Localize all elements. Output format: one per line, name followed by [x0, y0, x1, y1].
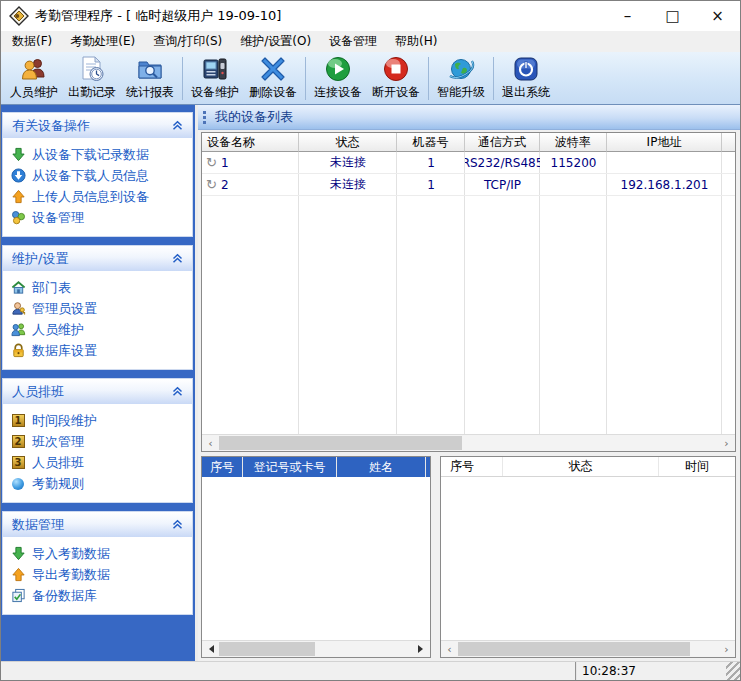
- toolbar-label: 智能升级: [437, 84, 485, 101]
- status-pane-time: 10:28:37: [577, 662, 726, 680]
- column-header-reg-or-card-no[interactable]: 登记号或卡号: [243, 457, 336, 477]
- window-title: 考勤管理程序 - [ 临时超级用户 19-09-10]: [35, 7, 281, 25]
- chevron-up-icon: [172, 253, 183, 264]
- toolbar-label: 人员维护: [10, 84, 58, 101]
- device-table-header: 设备名称 状态 机器号 通信方式 波特率 IP地址 端口: [202, 133, 735, 152]
- sidebar-item-staff-schedule[interactable]: 3 人员排班: [10, 452, 188, 473]
- employee-list-panel: 序号 登记号或卡号 姓名: [201, 456, 431, 658]
- scrollbar-track[interactable]: [219, 435, 718, 451]
- column-header-seq[interactable]: 序号: [202, 457, 242, 477]
- scroll-right-arrow[interactable]: ›: [718, 435, 735, 451]
- department-house-icon: [10, 280, 26, 296]
- sidebar-item-download-records[interactable]: 从设备下载记录数据: [10, 144, 188, 165]
- sidebar-item-download-staff-info[interactable]: 从设备下载人员信息: [10, 165, 188, 186]
- sidebar-item-shift-manage[interactable]: 2 班次管理: [10, 431, 188, 452]
- column-header-extra[interactable]: [426, 457, 430, 477]
- column-header-status[interactable]: 状态: [503, 457, 659, 476]
- sidebar-item-time-period[interactable]: 1 时间段维护: [10, 410, 188, 431]
- scrollbar-thumb[interactable]: [219, 642, 315, 656]
- section-header-staff-schedule[interactable]: 人员排班: [3, 379, 192, 404]
- smart-upgrade-button[interactable]: 智能升级: [432, 53, 490, 104]
- vertical-splitter[interactable]: [431, 456, 440, 658]
- sidebar-item-attendance-rules[interactable]: 考勤规则: [10, 473, 188, 494]
- menu-data[interactable]: 数据(F): [3, 31, 61, 52]
- column-header-comm-mode[interactable]: 通信方式: [465, 133, 540, 152]
- sidebar-item-database-settings[interactable]: 数据库设置: [10, 340, 188, 361]
- toolbar-label: 断开设备: [372, 84, 420, 101]
- minimize-button[interactable]: –: [605, 1, 650, 31]
- sidebar: 有关设备操作 从设备下载记录数据: [1, 105, 198, 661]
- sidebar-item-device-manage[interactable]: 设备管理: [10, 207, 188, 228]
- attendance-record-icon: [78, 55, 106, 83]
- sidebar-item-upload-staff-info[interactable]: 上传人员信息到设备: [10, 186, 188, 207]
- sidebar-item-export-data[interactable]: 导出考勤数据: [10, 564, 188, 585]
- section-header-maintain-settings[interactable]: 维护/设置: [3, 246, 192, 271]
- column-header-port[interactable]: 端口: [722, 133, 736, 152]
- exit-system-button[interactable]: 退出系统: [497, 53, 555, 104]
- scrollbar-track[interactable]: [219, 641, 413, 657]
- menu-attendance[interactable]: 考勤处理(E): [61, 31, 144, 52]
- toolbar: 人员维护 出勤记录: [1, 52, 740, 105]
- column-header-ip-address[interactable]: IP地址: [607, 133, 722, 152]
- maximize-button[interactable]: □: [650, 1, 695, 31]
- sidebar-item-label: 班次管理: [32, 433, 84, 451]
- sidebar-item-import-data[interactable]: 导入考勤数据: [10, 543, 188, 564]
- sidebar-item-admin-settings[interactable]: 管理员设置: [10, 298, 188, 319]
- scroll-left-arrow[interactable]: ‹: [441, 641, 458, 657]
- bottom-panes: 序号 登记号或卡号 姓名: [201, 456, 736, 658]
- scrollbar-thumb[interactable]: [458, 642, 690, 656]
- scroll-right-arrow[interactable]: [413, 641, 430, 657]
- column-header-device-name[interactable]: 设备名称: [202, 133, 299, 152]
- close-button[interactable]: ×: [695, 1, 740, 31]
- column-header-machine-no[interactable]: 机器号: [397, 133, 465, 152]
- record-table-header: 序号 状态 时间: [441, 457, 735, 477]
- report-button[interactable]: 统计报表: [121, 53, 179, 104]
- employee-table-body[interactable]: [202, 477, 430, 640]
- menu-query-print[interactable]: 查询/打印(S): [144, 31, 231, 52]
- column-header-name[interactable]: 姓名: [337, 457, 425, 477]
- menu-maintain-setting[interactable]: 维护/设置(O): [231, 31, 320, 52]
- caption-drag-grip[interactable]: [203, 111, 206, 124]
- column-header-time[interactable]: 时间: [659, 457, 735, 476]
- employee-table-header: 序号 登记号或卡号 姓名: [202, 457, 430, 477]
- disconnect-device-button[interactable]: 断开设备: [367, 53, 425, 104]
- scroll-left-arrow[interactable]: ‹: [202, 435, 219, 451]
- scrollbar-thumb[interactable]: [219, 436, 462, 450]
- section-title: 数据管理: [12, 516, 64, 534]
- record-table-hscrollbar: ‹ ›: [441, 640, 735, 657]
- scrollbar-track[interactable]: [458, 641, 718, 657]
- number-2-icon: 2: [10, 434, 26, 450]
- menu-device-manage[interactable]: 设备管理: [320, 31, 386, 52]
- toolbar-label: 设备维护: [191, 84, 239, 101]
- column-header-status[interactable]: 状态: [299, 133, 397, 152]
- menu-help[interactable]: 帮助(H): [386, 31, 446, 52]
- record-list-panel: 序号 状态 时间 ‹ ›: [440, 456, 736, 658]
- device-maintain-button[interactable]: 设备维护: [186, 53, 244, 104]
- device-row-1[interactable]: ↻1 未连接 1 RS232/RS485 115200 0: [202, 152, 735, 174]
- connect-device-button[interactable]: 连接设备: [309, 53, 367, 104]
- toolbar-separator: [182, 57, 183, 100]
- section-header-device-ops[interactable]: 有关设备操作: [3, 113, 192, 138]
- device-row-2[interactable]: ↻2 未连接 1 TCP/IP 192.168.1.201 4: [202, 174, 735, 196]
- column-header-seq[interactable]: 序号: [441, 457, 503, 476]
- column-header-baud-rate[interactable]: 波特率: [540, 133, 607, 152]
- resize-grip[interactable]: [726, 662, 740, 680]
- staff-maintain-button[interactable]: 人员维护: [5, 53, 63, 104]
- record-table-body[interactable]: [441, 477, 735, 640]
- section-body: 1 时间段维护 2 班次管理 3 人员排班 考勤规则: [3, 404, 192, 502]
- sidebar-item-department-table[interactable]: 部门表: [10, 277, 188, 298]
- number-3-icon: 3: [10, 455, 26, 471]
- section-title: 有关设备操作: [12, 117, 90, 135]
- delete-device-button[interactable]: 删除设备: [244, 53, 302, 104]
- disconnect-device-icon: [382, 55, 410, 83]
- scroll-right-arrow[interactable]: ›: [718, 641, 735, 657]
- scroll-left-arrow[interactable]: [202, 641, 219, 657]
- sidebar-item-staff-maintain[interactable]: 人员维护: [10, 319, 188, 340]
- app-window: 考勤管理程序 - [ 临时超级用户 19-09-10] – □ × 数据(F) …: [0, 0, 741, 681]
- sidebar-item-backup-database[interactable]: 备份数据库: [10, 585, 188, 606]
- attendance-record-button[interactable]: 出勤记录: [63, 53, 121, 104]
- device-table-body: ↻1 未连接 1 RS232/RS485 115200 0 ↻2 未连接 1 T…: [202, 152, 735, 434]
- sidebar-item-label: 管理员设置: [32, 300, 97, 318]
- delete-device-icon: [259, 55, 287, 83]
- section-header-data-manage[interactable]: 数据管理: [3, 512, 192, 537]
